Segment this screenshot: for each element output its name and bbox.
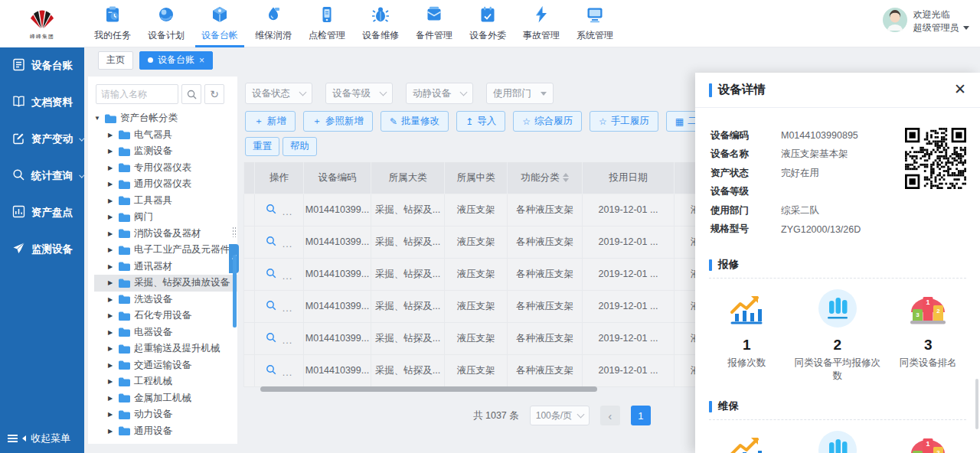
table-row[interactable]: ... M014410399...采掘、钻探及... 液压支架各种液压支架 20…	[244, 258, 774, 290]
column-header[interactable]: 功能分类	[508, 162, 583, 194]
tree-node[interactable]: ▶电子工业产品及元器件	[94, 242, 237, 259]
add-by-reference-button[interactable]: ＋参照新增	[303, 111, 373, 132]
horizontal-scrollbar[interactable]	[260, 386, 597, 392]
tree-node[interactable]: ▶消防设备及器材	[94, 226, 237, 243]
caret-collapsed-icon[interactable]: ▶	[108, 395, 115, 402]
tree-node[interactable]: ▶电器设备	[94, 324, 237, 341]
prev-page-button[interactable]: ‹	[600, 406, 620, 425]
help-button[interactable]: 帮助	[283, 137, 317, 156]
close-icon[interactable]: ✕	[954, 82, 966, 96]
filter-using-department[interactable]: 使用部门	[486, 83, 554, 104]
column-header[interactable]: 设备编码	[304, 162, 371, 194]
caret-collapsed-icon[interactable]: ▶	[108, 279, 115, 286]
row-view-button[interactable]	[266, 364, 276, 377]
row-more-button[interactable]: ...	[283, 207, 292, 217]
caret-collapsed-icon[interactable]: ▶	[108, 197, 115, 204]
caret-collapsed-icon[interactable]: ▶	[108, 230, 115, 237]
tree-node[interactable]: ▶洗选设备	[94, 292, 237, 308]
nav-item-lube[interactable]: 维保润滑	[247, 0, 300, 47]
caret-collapsed-icon[interactable]: ▶	[108, 312, 115, 319]
row-view-button[interactable]	[266, 268, 276, 281]
tree-node[interactable]: ▶电气器具	[94, 127, 237, 144]
tree-refresh-button[interactable]: ↻	[204, 84, 224, 104]
caret-collapsed-icon[interactable]: ▶	[108, 132, 115, 139]
import-button[interactable]: ↥导入	[456, 111, 505, 132]
tree-node[interactable]: ▶通用设备	[94, 423, 237, 440]
nav-item-plan[interactable]: 设备计划	[139, 0, 193, 47]
collapse-menu-button[interactable]: 收起菜单	[8, 432, 70, 445]
nav-item-ledger[interactable]: 设备台帐	[193, 0, 247, 47]
column-header[interactable]: 投用日期	[583, 162, 675, 194]
caret-collapsed-icon[interactable]: ▶	[108, 181, 115, 187]
filter-dynamic-static[interactable]: 动静设备	[406, 83, 473, 104]
tree-search-button[interactable]	[181, 84, 201, 104]
sidebar-item-stats-query[interactable]: 统计查询	[0, 158, 84, 194]
caret-collapsed-icon[interactable]: ▶	[108, 246, 115, 253]
splitter-grip[interactable]	[232, 226, 237, 237]
row-more-button[interactable]: ...	[283, 335, 292, 346]
nav-item-accident[interactable]: 事故管理	[514, 0, 568, 47]
add-button[interactable]: ＋新增	[245, 111, 296, 132]
tree-node[interactable]: ▶交通运输设备	[94, 357, 237, 374]
tree-node[interactable]: ▶通用仪器仪表	[94, 176, 237, 193]
row-more-button[interactable]: ...	[283, 367, 292, 378]
nav-item-spares[interactable]: 备件管理	[407, 0, 461, 47]
row-more-button[interactable]: ...	[283, 239, 292, 249]
tree-node-partial[interactable]: ▶	[94, 440, 237, 444]
tree-node[interactable]: ▶阀门	[94, 209, 237, 226]
comprehensive-history-button[interactable]: ☆综合履历	[513, 111, 582, 132]
caret-collapsed-icon[interactable]: ▶	[108, 362, 115, 369]
table-row[interactable]: ... M014410399...采掘、钻探及... 液压支架各种液压支架 20…	[244, 226, 774, 258]
caret-collapsed-icon[interactable]: ▶	[108, 378, 115, 385]
tree-root-node[interactable]: ▼ 资产台帐分类	[94, 110, 237, 127]
sidebar-item-docs[interactable]: 文档资料	[0, 84, 84, 121]
row-view-button[interactable]	[266, 300, 276, 313]
tree-node[interactable]: ▶金属加工机械	[94, 390, 237, 407]
nav-item-tasks[interactable]: 我的任务	[86, 0, 139, 47]
nav-item-system[interactable]: 系统管理	[568, 0, 622, 47]
table-row[interactable]: ... M014410399...采掘、钻探及... 液压支架各种液压支架 20…	[244, 354, 774, 386]
tree-node[interactable]: ▶专用仪器仪表	[94, 160, 237, 177]
sidebar-item-stocktake[interactable]: 资产盘点	[0, 194, 84, 231]
sidebar-item-ledger[interactable]: 设备台账	[0, 47, 84, 84]
row-view-button[interactable]	[266, 332, 276, 345]
table-row[interactable]: ... M014410399...采掘、钻探及... 液压支架各种液压支架 20…	[244, 322, 774, 354]
user-menu[interactable]: 欢迎光临 超级管理员	[883, 8, 969, 35]
column-header[interactable]: 所属大类	[371, 162, 445, 194]
batch-edit-button[interactable]: ✎批量修改	[381, 111, 449, 132]
tree-node[interactable]: ▶起重输送及提升机械	[94, 341, 237, 357]
sidebar-item-monitor[interactable]: 监测设备	[0, 231, 84, 268]
tree-node[interactable]: ▶石化专用设备	[94, 308, 237, 324]
row-more-button[interactable]: ...	[283, 271, 292, 282]
caret-collapsed-icon[interactable]: ▶	[108, 296, 115, 303]
caret-collapsed-icon[interactable]: ▶	[108, 411, 115, 418]
tree-search-input[interactable]: 请输入名称	[96, 84, 178, 104]
caret-expanded-icon[interactable]: ▼	[94, 115, 101, 122]
page-size-select[interactable]: 100条/页	[530, 406, 590, 425]
nav-item-repair[interactable]: 设备维修	[354, 0, 407, 47]
filter-equipment-grade[interactable]: 设备等级	[325, 83, 393, 104]
nav-item-inspect[interactable]: 点检管理	[300, 0, 354, 47]
tree-node[interactable]: ▶工程机械	[94, 373, 237, 390]
tab-close-icon[interactable]: ×	[199, 55, 204, 66]
reset-button[interactable]: 重置	[245, 137, 279, 156]
row-view-button[interactable]	[266, 204, 276, 217]
filter-equipment-status[interactable]: 设备状态	[245, 83, 312, 104]
tree-scrollbar[interactable]	[233, 255, 237, 328]
tree-node[interactable]: ▶动力设备	[94, 406, 237, 423]
caret-collapsed-icon[interactable]: ▶	[108, 263, 115, 270]
row-more-button[interactable]: ...	[283, 303, 292, 314]
tree-node[interactable]: ▶采掘、钻探及抽放设备	[94, 275, 237, 292]
manual-history-button[interactable]: ☆手工履历	[590, 111, 658, 132]
table-row[interactable]: ... M014410399...采掘、钻探及... 液压支架各种液压支架 20…	[244, 194, 774, 226]
tab-home[interactable]: 主页	[98, 51, 133, 70]
current-page-button[interactable]: 1	[631, 406, 651, 425]
caret-collapsed-icon[interactable]: ▶	[108, 148, 115, 155]
column-header[interactable]: 操作	[255, 162, 304, 194]
nav-item-outsource[interactable]: 设备外委	[461, 0, 514, 47]
table-row[interactable]: ... M014410399...采掘、钻探及... 液压支架各种液压支架 20…	[244, 290, 774, 322]
caret-collapsed-icon[interactable]: ▶	[108, 165, 115, 171]
tree-node[interactable]: ▶工具器具	[94, 193, 237, 210]
column-header[interactable]: 所属中类	[445, 162, 508, 194]
caret-collapsed-icon[interactable]: ▶	[108, 428, 115, 435]
